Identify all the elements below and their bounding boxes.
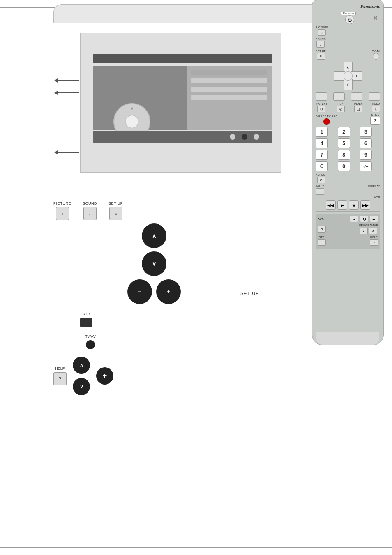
remote-dvd-section: DVD ● ⏻ ⏏ N PROGRAMME ∨ ∧ STR xyxy=(316,214,380,249)
remote-aspect-group: ASPECT ⊕ xyxy=(316,173,327,183)
remote-programme-group: PROGRAMME ∨ ∧ xyxy=(359,224,378,234)
help-question-mark: ? xyxy=(59,376,62,382)
remote-ff-button[interactable]: ▶▶ xyxy=(360,200,370,210)
remote-vcr-label-row: VCR xyxy=(316,196,380,199)
remote-dpad-down[interactable]: ∨ xyxy=(344,79,353,90)
remote-dvd-eject-button[interactable]: ⏏ xyxy=(370,216,378,222)
remote-num0[interactable]: 0 xyxy=(338,161,350,171)
remote-control: Panasonic Receiver ⏻ ✕ PICTURE ○ SOUND ♪… xyxy=(312,0,384,345)
remote-dpad-right[interactable]: + xyxy=(351,71,362,81)
picture-button[interactable]: ○ xyxy=(56,207,69,220)
lr-row: − + xyxy=(53,279,255,304)
remote-input-button[interactable] xyxy=(316,188,324,195)
remote-tvav-label: TV/AV xyxy=(372,50,380,53)
receiver-badge: Receiver xyxy=(341,12,356,15)
remote-play-button[interactable]: ▶ xyxy=(337,200,347,210)
remote-num7[interactable]: 7 xyxy=(316,150,328,160)
remote-power-button[interactable]: ⏻ xyxy=(345,15,354,24)
left-button[interactable]: − xyxy=(127,279,152,304)
small-up-row: ∧ xyxy=(73,357,90,374)
remote-sound-group: SOUND ♪ xyxy=(316,38,326,48)
remote-help-group: HELP ? xyxy=(370,236,378,246)
remote-btn-a[interactable] xyxy=(316,92,327,101)
screen-footer xyxy=(93,131,272,143)
remote-num3[interactable]: 3 xyxy=(360,127,372,137)
remote-stop-button[interactable]: ■ xyxy=(349,200,359,210)
remote-tvav-button[interactable] xyxy=(373,53,379,60)
small-nav-cluster: ∧ ∨ xyxy=(73,357,90,395)
remote-hold-button[interactable]: ⊞ xyxy=(372,106,380,112)
remote-num1[interactable]: 1 xyxy=(316,127,328,137)
remote-str-label: STR xyxy=(319,236,325,239)
remote-btn-b[interactable] xyxy=(333,92,345,101)
str-button[interactable] xyxy=(80,318,92,327)
remote-prog-up[interactable]: ∧ xyxy=(369,228,377,234)
button-diagram: PICTURE ○ SOUND ♪ SET UP ≡ ∧ ∨ − + ST xyxy=(41,201,255,395)
down-button[interactable]: ∨ xyxy=(142,251,166,276)
remote-tvtext-button[interactable]: ⊟ xyxy=(317,106,325,112)
remote-num3-button[interactable]: 3 xyxy=(370,117,380,125)
remote-programme-label: PROGRAMME xyxy=(359,224,378,227)
small-up-button[interactable]: ∧ xyxy=(73,357,90,374)
picture-icon: ○ xyxy=(61,212,63,216)
remote-sound-button[interactable]: ♪ xyxy=(316,41,325,48)
remote-fp-button[interactable]: ◎ xyxy=(337,106,345,112)
remote-aspect-button[interactable]: ⊕ xyxy=(317,177,325,183)
up-arrow-container: ∧ xyxy=(53,223,255,248)
menu-line-2 xyxy=(191,78,267,83)
remote-rewind-button[interactable]: ◀◀ xyxy=(326,200,336,210)
remote-bottom-tab xyxy=(316,332,379,345)
set-up-floating-label: SET UP xyxy=(240,291,259,296)
tvav-button[interactable] xyxy=(86,340,95,349)
remote-num4[interactable]: 4 xyxy=(316,138,328,148)
remote-direct-button[interactable] xyxy=(323,118,330,125)
sound-group: SOUND ♪ xyxy=(83,201,97,220)
menu-line-4 xyxy=(191,95,267,100)
remote-num-c[interactable]: C xyxy=(316,161,328,171)
remote-input-group: INPUT xyxy=(316,185,324,195)
remote-direct-still-row: DIRECT TV REC STILL 3 xyxy=(316,113,380,125)
tv-diagram: ∧ ∨ xyxy=(80,33,281,173)
remote-prog-down[interactable]: ∨ xyxy=(360,228,368,234)
remote-top-row: Panasonic xyxy=(316,4,380,10)
remote-picture-button[interactable]: ○ xyxy=(318,29,326,36)
remote-num9[interactable]: 9 xyxy=(360,150,372,160)
remote-hold-group: HOLD ⊞ xyxy=(372,102,380,112)
remote-index-button[interactable]: ◫ xyxy=(354,106,362,112)
remote-dvd-n-button[interactable]: N xyxy=(318,226,326,233)
remote-num6[interactable]: 6 xyxy=(360,138,372,148)
small-down-row: ∨ xyxy=(73,378,90,395)
menu-line-3 xyxy=(191,87,267,92)
remote-still-label: STILL xyxy=(371,113,379,116)
remote-help-button[interactable]: ? xyxy=(370,239,378,246)
remote-input-display-row: INPUT DISPLAY xyxy=(316,185,380,195)
remote-dvd-power-button[interactable]: ⏻ xyxy=(360,216,368,222)
remote-btn-c[interactable] xyxy=(351,92,362,101)
remote-num-dash[interactable]: -/-- xyxy=(360,161,372,171)
remote-brand: Panasonic xyxy=(360,4,380,9)
help-group: HELP ? xyxy=(53,366,67,385)
remote-picture-group: PICTURE ○ xyxy=(316,26,328,36)
setup-button[interactable]: ≡ xyxy=(109,207,122,220)
remote-setup-button[interactable]: ≡ xyxy=(317,53,325,60)
remote-divider xyxy=(316,211,380,212)
remote-mute-button[interactable]: ✕ xyxy=(371,14,380,23)
remote-num5[interactable]: 5 xyxy=(338,138,350,148)
tvav-group: TV/AV xyxy=(74,334,107,349)
remote-btn-d[interactable] xyxy=(369,92,380,101)
right-button[interactable]: + xyxy=(156,279,181,304)
small-down-button[interactable]: ∨ xyxy=(73,378,90,395)
sound-button[interactable]: ♪ xyxy=(83,207,97,220)
remote-dvd-buttons: ● ⏻ ⏏ xyxy=(350,216,378,222)
remote-num2[interactable]: 2 xyxy=(338,127,350,137)
remote-num8[interactable]: 8 xyxy=(338,150,350,160)
remote-dvd-rec-button[interactable]: ● xyxy=(350,216,358,222)
remote-str-button[interactable] xyxy=(318,239,326,246)
remote-vcr-label: VCR xyxy=(374,196,380,199)
help-button[interactable]: ? xyxy=(53,372,67,385)
diagram-arrow-left-3 xyxy=(55,152,79,153)
nav-dial-line xyxy=(150,122,158,122)
small-plus-button[interactable]: + xyxy=(96,367,113,385)
up-button[interactable]: ∧ xyxy=(142,223,166,248)
remote-spacer-mid xyxy=(327,173,380,183)
